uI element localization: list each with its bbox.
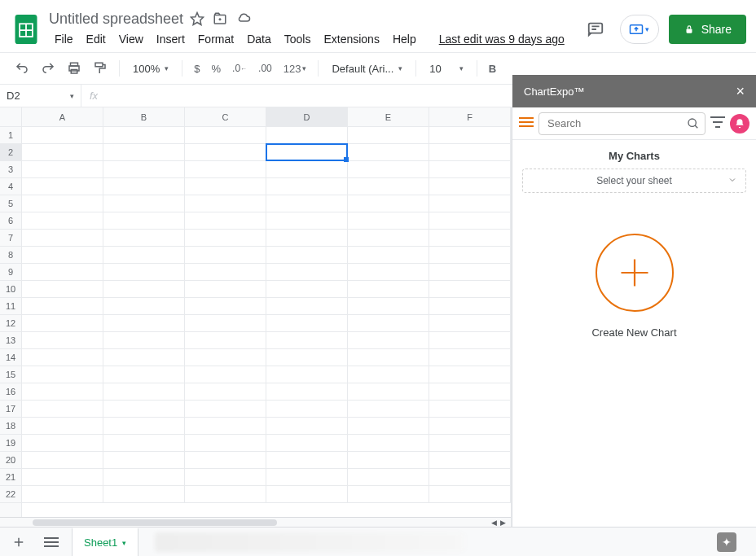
row-header-10[interactable]: 10 <box>0 281 21 298</box>
cell-D14[interactable] <box>266 349 348 366</box>
cell-D18[interactable] <box>266 418 348 435</box>
cell-A14[interactable] <box>22 349 103 366</box>
menu-view[interactable]: View <box>113 29 149 49</box>
cell-C13[interactable] <box>185 332 266 349</box>
cell-E4[interactable] <box>348 178 429 195</box>
cell-D16[interactable] <box>266 383 348 401</box>
panel-search[interactable] <box>538 112 705 135</box>
row-header-12[interactable]: 12 <box>0 315 21 332</box>
col-header-A[interactable]: A <box>22 107 103 126</box>
cell-F7[interactable] <box>429 230 511 247</box>
cell-F16[interactable] <box>429 383 511 401</box>
cell-C19[interactable] <box>185 435 266 452</box>
cell-A5[interactable] <box>22 195 103 212</box>
menu-data[interactable]: Data <box>241 29 277 49</box>
paint-format-icon[interactable] <box>88 58 112 79</box>
cell-D22[interactable] <box>266 486 348 503</box>
cell-E17[interactable] <box>348 401 429 418</box>
cell-A22[interactable] <box>22 486 103 503</box>
cell-B18[interactable] <box>103 418 185 435</box>
cell-A4[interactable] <box>22 178 103 195</box>
cell-B7[interactable] <box>103 230 185 247</box>
cell-A18[interactable] <box>22 418 103 435</box>
last-edit-link[interactable]: Last edit was 9 days ago <box>433 29 570 49</box>
row-header-9[interactable]: 9 <box>0 264 21 281</box>
cell-B16[interactable] <box>103 383 185 401</box>
cell-E11[interactable] <box>348 298 429 315</box>
cell-C1[interactable] <box>185 127 266 144</box>
cell-A3[interactable] <box>22 161 103 178</box>
cell-F5[interactable] <box>429 195 511 212</box>
cell-C22[interactable] <box>185 486 266 503</box>
cell-B1[interactable] <box>103 127 185 144</box>
present-button[interactable]: ▾ <box>620 15 659 44</box>
row-header-17[interactable]: 17 <box>0 401 21 418</box>
cell-E2[interactable] <box>348 144 429 161</box>
row-header-22[interactable]: 22 <box>0 486 21 503</box>
cell-F1[interactable] <box>429 127 511 144</box>
row-header-14[interactable]: 14 <box>0 349 21 366</box>
row-header-6[interactable]: 6 <box>0 212 21 230</box>
sheet-tab-active[interactable]: Sheet1▾ <box>72 528 138 557</box>
cell-B11[interactable] <box>103 298 185 315</box>
row-header-21[interactable]: 21 <box>0 469 21 486</box>
cell-C17[interactable] <box>185 401 266 418</box>
all-sheets-button[interactable] <box>39 530 64 554</box>
cell-C14[interactable] <box>185 349 266 366</box>
cell-E6[interactable] <box>348 212 429 230</box>
scroll-left-icon[interactable]: ◀ <box>491 518 497 527</box>
notification-bell-icon[interactable] <box>730 114 749 134</box>
share-button[interactable]: Share <box>669 15 746 44</box>
cell-F21[interactable] <box>429 469 511 486</box>
row-header-16[interactable]: 16 <box>0 383 21 401</box>
cell-F11[interactable] <box>429 298 511 315</box>
cell-A8[interactable] <box>22 247 103 264</box>
scrollbar-thumb[interactable] <box>33 519 277 526</box>
cell-D19[interactable] <box>266 435 348 452</box>
select-sheet-dropdown[interactable]: Select your sheet <box>522 169 746 193</box>
font-size-selector[interactable]: 10▾ <box>423 63 469 75</box>
menu-extensions[interactable]: Extensions <box>318 29 385 49</box>
row-header-7[interactable]: 7 <box>0 230 21 247</box>
menu-file[interactable]: File <box>49 29 79 49</box>
cell-C7[interactable] <box>185 230 266 247</box>
cell-A11[interactable] <box>22 298 103 315</box>
cell-D3[interactable] <box>266 161 348 178</box>
cell-E5[interactable] <box>348 195 429 212</box>
cell-E19[interactable] <box>348 435 429 452</box>
cell-A13[interactable] <box>22 332 103 349</box>
cell-B12[interactable] <box>103 315 185 332</box>
col-header-D[interactable]: D <box>266 107 348 126</box>
cell-C12[interactable] <box>185 315 266 332</box>
cell-E14[interactable] <box>348 349 429 366</box>
cell-B2[interactable] <box>103 144 185 161</box>
cell-B20[interactable] <box>103 452 185 469</box>
row-header-13[interactable]: 13 <box>0 332 21 349</box>
cell-B15[interactable] <box>103 366 185 383</box>
cell-F18[interactable] <box>429 418 511 435</box>
cell-B22[interactable] <box>103 486 185 503</box>
cell-D15[interactable] <box>266 366 348 383</box>
redo-icon[interactable] <box>36 58 60 79</box>
cell-E8[interactable] <box>348 247 429 264</box>
cell-D17[interactable] <box>266 401 348 418</box>
row-header-19[interactable]: 19 <box>0 435 21 452</box>
create-chart-button[interactable] <box>596 234 674 312</box>
add-sheet-button[interactable] <box>7 530 31 554</box>
cell-B13[interactable] <box>103 332 185 349</box>
cell-F9[interactable] <box>429 264 511 281</box>
close-icon[interactable]: × <box>736 83 745 100</box>
cell-E10[interactable] <box>348 281 429 298</box>
cell-D21[interactable] <box>266 469 348 486</box>
cell-C16[interactable] <box>185 383 266 401</box>
cell-D10[interactable] <box>266 281 348 298</box>
search-icon[interactable] <box>687 117 700 130</box>
cell-B9[interactable] <box>103 264 185 281</box>
cell-D6[interactable] <box>266 212 348 230</box>
col-header-C[interactable]: C <box>185 107 266 126</box>
cell-E20[interactable] <box>348 452 429 469</box>
cell-D4[interactable] <box>266 178 348 195</box>
menu-edit[interactable]: Edit <box>81 29 112 49</box>
percent-icon[interactable]: % <box>206 59 226 78</box>
cell-C4[interactable] <box>185 178 266 195</box>
